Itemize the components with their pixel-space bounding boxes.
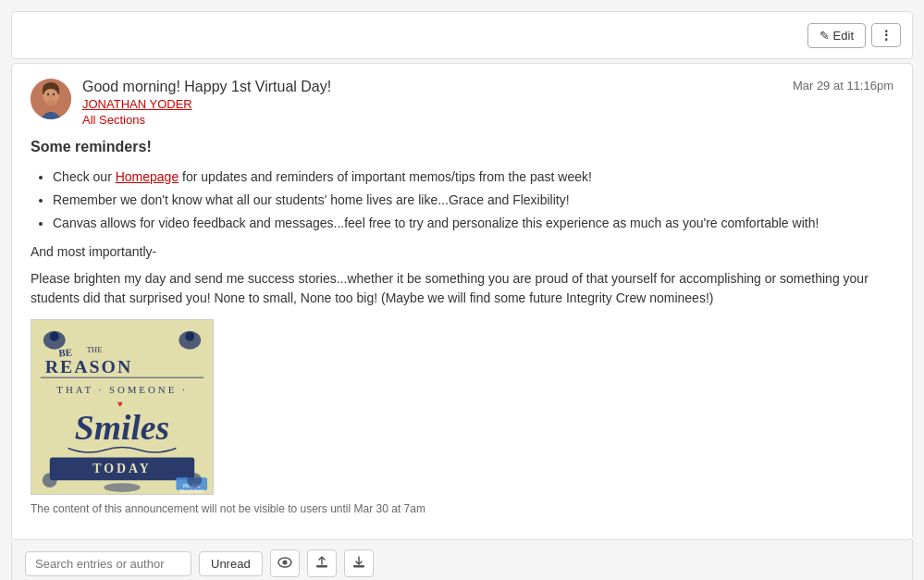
svg-rect-34 — [316, 565, 327, 568]
upload-button[interactable] — [307, 549, 337, 577]
svg-text:THE: THE — [86, 345, 102, 354]
author-link[interactable]: JONATHAN YODER — [82, 97, 331, 111]
svg-point-26 — [104, 483, 141, 492]
header-text: Good morning! Happy 1st Virtual Day! JON… — [82, 79, 331, 127]
announcement-header: Good morning! Happy 1st Virtual Day! JON… — [31, 79, 893, 127]
svg-point-15 — [50, 332, 59, 341]
svg-point-31 — [187, 473, 202, 487]
smiles-image-svg: BE THE REASON THAT · SOMEONE · ♥ Smiles — [31, 319, 213, 495]
unread-button[interactable]: Unread — [199, 551, 263, 576]
announcement-image: BE THE REASON THAT · SOMEONE · ♥ Smiles — [31, 319, 214, 495]
list-item: Check our Homepage for updates and remin… — [53, 167, 893, 187]
all-sections-link[interactable]: All Sections — [82, 113, 331, 127]
svg-text:Smiles: Smiles — [75, 408, 169, 447]
download-button[interactable] — [344, 549, 374, 577]
more-button[interactable]: ⋮ — [871, 23, 901, 47]
homepage-link[interactable]: Homepage — [116, 169, 179, 184]
list-item: Remember we don't know what all our stud… — [53, 191, 893, 210]
announcement-title: Good morning! Happy 1st Virtual Day! — [82, 79, 331, 95]
eye-icon — [277, 556, 292, 572]
svg-point-6 — [47, 93, 49, 95]
svg-point-10 — [46, 100, 55, 105]
pencil-icon: ✎ — [819, 29, 830, 43]
svg-point-7 — [53, 93, 55, 95]
top-bar: ✎ Edit ⋮ — [11, 11, 913, 59]
announcement-body: Some reminders! Check our Homepage for u… — [31, 136, 893, 517]
body-paragraph-2: Please brighten my day and send me succe… — [31, 269, 893, 308]
svg-text:TEACHERS: TEACHERS — [179, 489, 205, 494]
visibility-note: The content of this announcement will no… — [31, 500, 893, 517]
svg-point-16 — [185, 332, 194, 341]
svg-text:REASON: REASON — [45, 356, 132, 376]
announcement-area: Good morning! Happy 1st Virtual Day! JON… — [11, 63, 913, 540]
svg-rect-35 — [353, 565, 364, 568]
list-item: Canvas allows for video feedback and mes… — [53, 214, 893, 233]
svg-point-33 — [282, 560, 287, 564]
download-icon — [352, 556, 365, 572]
bullet-list: Check our Homepage for updates and remin… — [53, 167, 893, 233]
filter-bar: Unread — [11, 540, 913, 580]
announcement-heading: Some reminders! — [31, 136, 893, 158]
eye-button[interactable] — [270, 549, 300, 577]
body-paragraph-1: And most importantly- — [31, 242, 893, 262]
timestamp: Mar 29 at 11:16pm — [793, 79, 893, 93]
image-container: BE THE REASON THAT · SOMEONE · ♥ Smiles — [31, 319, 893, 517]
page-wrapper: ✎ Edit ⋮ — [0, 0, 924, 580]
more-icon: ⋮ — [880, 28, 893, 43]
search-input[interactable] — [25, 551, 191, 576]
upload-icon — [315, 556, 328, 572]
avatar-image — [31, 79, 71, 119]
header-left: Good morning! Happy 1st Virtual Day! JON… — [31, 79, 331, 127]
edit-button[interactable]: ✎ Edit — [807, 23, 866, 48]
svg-text:TODAY: TODAY — [92, 462, 151, 475]
svg-point-30 — [43, 473, 57, 487]
svg-text:THAT · SOMEONE ·: THAT · SOMEONE · — [56, 384, 187, 395]
edit-label: Edit — [833, 29, 854, 43]
avatar — [31, 79, 71, 119]
